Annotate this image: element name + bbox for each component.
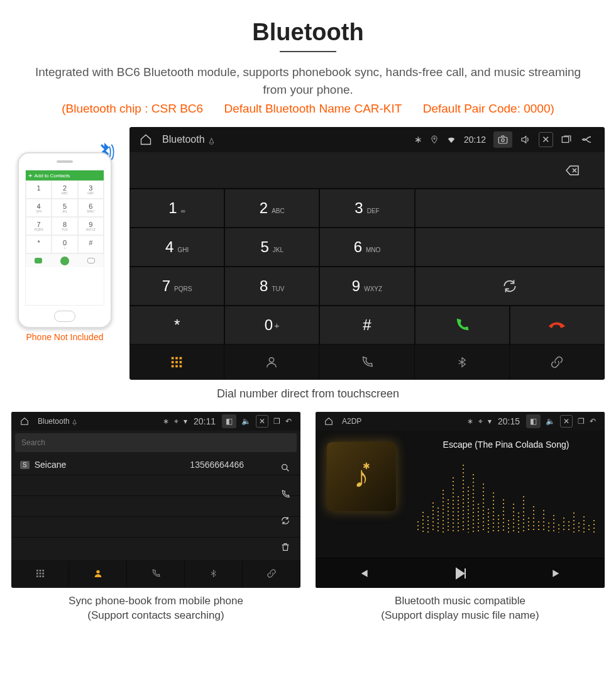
key-8[interactable]: 8TUV xyxy=(224,267,319,306)
key-2[interactable]: 2ABC xyxy=(224,189,319,228)
recent-apps-icon[interactable]: ❐ xyxy=(273,417,280,426)
key-6[interactable]: 6MNO xyxy=(319,228,414,267)
search-input[interactable]: Search xyxy=(15,433,297,452)
phone-key: * xyxy=(26,235,52,253)
contacts-statusbar: Bluetooth ⍙ ∗ ⌖ ▾ 20:11 ◧ 🔈 ✕ ❐ ↶ xyxy=(11,412,300,431)
prev-track-button[interactable] xyxy=(357,567,370,580)
phone-key: 5JKL xyxy=(52,199,77,217)
phone-mockup: +Add to Contacts 12ABC3DEF4GHI5JKL6MNO7P… xyxy=(18,152,112,328)
nav-pair[interactable] xyxy=(510,345,605,380)
spec-chip: (Bluetooth chip : CSR BC6 xyxy=(62,102,203,115)
screenshot-icon[interactable] xyxy=(493,131,512,148)
volume-icon[interactable]: 🔈 xyxy=(241,417,251,426)
nav-keypad[interactable] xyxy=(11,560,69,587)
page-title: Bluetooth xyxy=(0,0,616,51)
phone-key: 1 xyxy=(26,180,52,199)
key-spacer-1[interactable] xyxy=(415,189,605,228)
svg-rect-6 xyxy=(180,357,182,360)
bluetooth-icon: ∗ xyxy=(467,417,473,426)
key-5[interactable]: 5JKL xyxy=(224,228,319,267)
nav-contacts[interactable] xyxy=(69,560,127,587)
key-1[interactable]: 1∞ xyxy=(129,189,224,228)
backspace-icon[interactable] xyxy=(562,163,583,178)
side-search-icon[interactable] xyxy=(280,463,290,473)
nav-calllog[interactable] xyxy=(319,345,414,380)
phone-call-icon xyxy=(60,257,69,265)
spec-name: Default Bluetooth Name CAR-KIT xyxy=(224,102,402,115)
svg-point-0 xyxy=(434,138,435,139)
statusbar-title: Bluetooth xyxy=(38,417,70,426)
hangup-button[interactable] xyxy=(510,306,605,345)
nav-calllog[interactable] xyxy=(127,560,185,587)
home-icon[interactable] xyxy=(20,417,29,426)
svg-rect-15 xyxy=(36,570,38,572)
recent-apps-icon[interactable]: ❐ xyxy=(578,417,585,426)
nav-contacts[interactable] xyxy=(224,345,319,380)
next-track-button[interactable] xyxy=(551,567,563,580)
statusbar-time: 20:11 xyxy=(194,416,216,426)
phone-add-contacts-bar: +Add to Contacts xyxy=(26,170,104,180)
side-delete-icon[interactable] xyxy=(280,542,290,552)
equalizer-visual xyxy=(415,457,597,533)
back-icon[interactable]: ↶ xyxy=(285,417,292,426)
side-call-icon[interactable] xyxy=(280,489,290,499)
nav-keypad[interactable] xyxy=(129,345,224,380)
phone-video-icon xyxy=(87,258,95,263)
phone-key: 8TUV xyxy=(52,217,77,235)
nav-bluetooth[interactable] xyxy=(415,345,510,380)
nav-bluetooth[interactable] xyxy=(185,560,243,587)
key-9[interactable]: 9WXYZ xyxy=(319,267,414,306)
svg-rect-16 xyxy=(39,570,41,572)
location-icon xyxy=(430,135,439,144)
screenshot-icon[interactable]: ◧ xyxy=(526,414,541,428)
svg-rect-4 xyxy=(172,357,174,360)
svg-rect-19 xyxy=(39,573,41,575)
wifi-icon xyxy=(446,135,456,145)
nav-pair[interactable] xyxy=(243,560,300,587)
music-caption: Bluetooth music compatible (Support disp… xyxy=(316,588,605,626)
specs-line: (Bluetooth chip : CSR BC6 Default Blueto… xyxy=(0,102,616,127)
dialer-statusbar: Bluetooth ⍙ ∗ 20:12 ✕ xyxy=(129,127,605,152)
key-*[interactable]: * xyxy=(129,306,224,345)
home-icon[interactable] xyxy=(140,133,152,146)
close-icon[interactable]: ✕ xyxy=(560,415,573,428)
title-underline xyxy=(280,51,336,52)
volume-icon[interactable] xyxy=(520,134,531,145)
key-#[interactable]: # xyxy=(319,306,414,345)
key-spacer-2[interactable] xyxy=(415,228,605,267)
music-device: A2DP ∗ ⌖ ▾ 20:15 ◧ 🔈 ✕ ❐ ↶ ♪ Escape (The… xyxy=(316,412,605,588)
key-7[interactable]: 7PQRS xyxy=(129,267,224,306)
close-icon[interactable]: ✕ xyxy=(539,132,553,147)
redial-button[interactable] xyxy=(415,267,605,306)
key-3[interactable]: 3DEF xyxy=(319,189,414,228)
svg-rect-5 xyxy=(175,357,178,360)
statusbar-time: 20:15 xyxy=(498,416,520,426)
side-sync-icon[interactable] xyxy=(280,516,290,526)
contact-badge: S xyxy=(20,461,30,469)
svg-rect-3 xyxy=(562,137,569,143)
svg-point-14 xyxy=(282,465,287,470)
recent-apps-icon[interactable] xyxy=(561,134,572,145)
play-pause-button[interactable] xyxy=(453,566,468,581)
close-icon[interactable]: ✕ xyxy=(256,415,268,428)
contact-row[interactable]: S Seicane 13566664466 xyxy=(11,455,300,475)
phone-key: 2ABC xyxy=(52,180,77,199)
phone-column: +Add to Contacts 12ABC3DEF4GHI5JKL6MNO7P… xyxy=(11,127,118,342)
statusbar-title: A2DP xyxy=(342,417,361,426)
key-0[interactable]: 0+ xyxy=(224,306,319,345)
call-button[interactable] xyxy=(415,306,510,345)
song-title: Escape (The Pina Colada Song) xyxy=(415,440,597,450)
svg-rect-21 xyxy=(36,575,38,577)
screenshot-icon[interactable]: ◧ xyxy=(222,414,236,428)
phone-key: 9WXYZ xyxy=(78,217,104,235)
svg-rect-10 xyxy=(172,365,174,368)
dial-display xyxy=(129,152,605,189)
back-icon[interactable]: ↶ xyxy=(590,417,596,426)
back-icon[interactable] xyxy=(580,134,595,145)
contacts-bottom-nav xyxy=(11,560,300,587)
phone-key: 6MNO xyxy=(78,199,104,217)
dialer-bottom-nav xyxy=(129,345,605,380)
key-4[interactable]: 4GHI xyxy=(129,228,224,267)
home-icon[interactable] xyxy=(324,417,333,426)
volume-icon[interactable]: 🔈 xyxy=(546,417,555,426)
